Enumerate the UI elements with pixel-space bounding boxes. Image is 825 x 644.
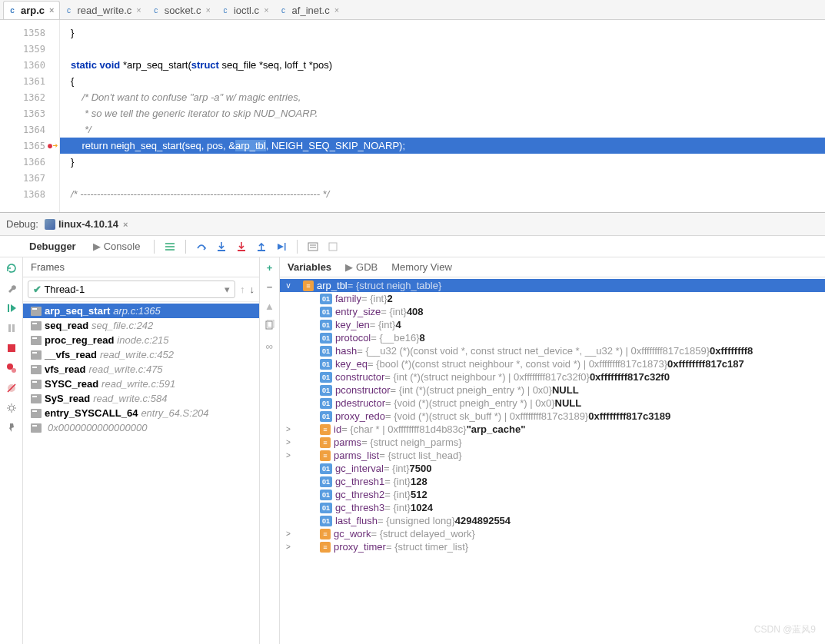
prev-frame-icon[interactable]: ↑: [240, 284, 245, 295]
resume-icon[interactable]: [5, 302, 18, 314]
variables-tree[interactable]: varp_tbl = {struct neigh_table}01family …: [280, 277, 825, 644]
variable-row[interactable]: 01pconstructor = {int (*)(struct pneigh_…: [280, 383, 825, 397]
line-number[interactable]: 1368: [0, 186, 59, 202]
variable-row[interactable]: >gc_work = {struct delayed_work}: [280, 527, 825, 540]
code-line[interactable]: /* -------------------------------------…: [60, 186, 825, 202]
pause-icon[interactable]: [5, 322, 18, 334]
up-icon[interactable]: ▲: [264, 300, 274, 312]
stack-frame[interactable]: vfs_read read_write.c:475: [23, 362, 259, 377]
variable-row[interactable]: 01last_flush = {unsigned long} 429489255…: [280, 514, 825, 527]
variable-row[interactable]: 01gc_thresh2 = {int} 512: [280, 488, 825, 501]
line-number[interactable]: 1360: [0, 57, 59, 73]
tab-variables[interactable]: Variables: [288, 261, 331, 273]
line-number[interactable]: 1359: [0, 41, 59, 57]
show-execution-point-icon[interactable]: [164, 241, 176, 253]
variable-row[interactable]: 01key_eq = {bool (*)(const struct neighb…: [280, 357, 825, 370]
line-number[interactable]: 1361: [0, 73, 59, 89]
code-line[interactable]: /* Don't want to confuse "arp -a" w/ mag…: [60, 89, 825, 105]
code-line[interactable]: */: [60, 121, 825, 138]
code-line[interactable]: [60, 170, 825, 186]
stack-frame[interactable]: SyS_read read_write.c:584: [23, 391, 259, 406]
stack-frame[interactable]: SYSC_read read_write.c:591: [23, 377, 259, 391]
tab-memory[interactable]: Memory View: [391, 261, 452, 273]
next-frame-icon[interactable]: ↓: [250, 284, 255, 295]
close-icon[interactable]: ×: [334, 5, 339, 15]
thread-dropdown[interactable]: ✔ Thread-1 ▾: [28, 281, 235, 298]
settings-icon[interactable]: [327, 241, 339, 253]
code-area[interactable]: }static void *arp_seq_start(struct seq_f…: [60, 20, 825, 212]
code-line[interactable]: return neigh_seq_start(seq, pos, &arp_tb…: [60, 138, 825, 154]
variable-row[interactable]: 01protocol = {__be16} 8: [280, 331, 825, 344]
run-to-cursor-icon[interactable]: [275, 241, 288, 253]
close-icon[interactable]: ×: [123, 220, 128, 229]
svg-rect-9: [8, 344, 15, 352]
code-line[interactable]: * so we tell the generic iterator to ski…: [60, 105, 825, 121]
editor-tab[interactable]: read_write.c×: [60, 1, 147, 19]
add-watch-icon[interactable]: +: [267, 262, 273, 274]
step-out-icon[interactable]: [255, 241, 268, 253]
line-number[interactable]: 1364: [0, 121, 59, 138]
variable-row[interactable]: 01gc_thresh3 = {int} 1024: [280, 501, 825, 514]
stop-icon[interactable]: [5, 342, 18, 354]
stack-frame[interactable]: proc_reg_read inode.c:215: [23, 333, 259, 347]
variable-row[interactable]: >parms = {struct neigh_parms}: [280, 436, 825, 449]
variable-row[interactable]: 01proxy_redo = {void (*)(struct sk_buff …: [280, 410, 825, 423]
line-number[interactable]: 1363: [0, 105, 59, 121]
step-into-icon[interactable]: [215, 241, 228, 253]
variable-row[interactable]: 01constructor = {int (*)(struct neighbou…: [280, 370, 825, 383]
remove-watch-icon[interactable]: −: [267, 281, 273, 293]
struct-badge-icon: [320, 437, 331, 448]
frames-list[interactable]: arp_seq_start arp.c:1365 seq_read seq_fi…: [23, 302, 259, 644]
variable-row[interactable]: 01entry_size = {int} 408: [280, 305, 825, 318]
view-breakpoints-icon[interactable]: [5, 362, 18, 374]
tab-gdb[interactable]: ▶ GDB: [345, 261, 378, 273]
frame-icon: [31, 380, 42, 389]
editor-tab[interactable]: ioctl.c×: [216, 1, 274, 19]
close-icon[interactable]: ×: [264, 5, 268, 15]
force-step-into-icon[interactable]: [235, 241, 248, 253]
editor-tab[interactable]: arp.c×: [3, 1, 60, 19]
variable-row[interactable]: 01hash = {__u32 (*)(const void *, const …: [280, 344, 825, 357]
stack-frame[interactable]: arp_seq_start arp.c:1365: [23, 304, 259, 318]
line-number[interactable]: 1367: [0, 170, 59, 186]
wrench-icon[interactable]: [5, 282, 18, 294]
line-number[interactable]: 1365: [0, 138, 59, 154]
variable-row[interactable]: 01pdestructor = {void (*)(struct pneigh_…: [280, 397, 825, 410]
editor-tab[interactable]: socket.c×: [147, 1, 216, 19]
close-icon[interactable]: ×: [136, 5, 141, 15]
variable-row[interactable]: >proxy_timer = {struct timer_list}: [280, 540, 825, 553]
stack-frame[interactable]: entry_SYSCALL_64 entry_64.S:204: [23, 406, 259, 420]
gear-icon[interactable]: [5, 402, 18, 414]
variable-row[interactable]: 01key_len = {int} 4: [280, 318, 825, 331]
close-icon[interactable]: ×: [205, 5, 210, 15]
variable-row[interactable]: 01family = {int} 2: [280, 292, 825, 305]
close-icon[interactable]: ×: [49, 5, 54, 15]
variable-row[interactable]: varp_tbl = {struct neigh_table}: [280, 279, 825, 292]
variable-row[interactable]: 01gc_interval = {int} 7500: [280, 462, 825, 475]
code-line[interactable]: [60, 41, 825, 57]
stack-frame[interactable]: 0x0000000000000000: [23, 420, 259, 435]
link-icon[interactable]: ∞: [266, 340, 273, 352]
variable-row[interactable]: >parms_list = {struct list_head}: [280, 449, 825, 462]
stack-frame[interactable]: __vfs_read read_write.c:452: [23, 347, 259, 362]
rerun-icon[interactable]: [5, 262, 18, 274]
line-number[interactable]: 1358: [0, 25, 59, 41]
variable-row[interactable]: 01gc_thresh1 = {int} 128: [280, 475, 825, 488]
tab-console[interactable]: ▶ Console: [88, 239, 145, 254]
step-over-icon[interactable]: [195, 241, 208, 253]
stack-frame[interactable]: seq_read seq_file.c:242: [23, 318, 259, 333]
line-number[interactable]: 1362: [0, 89, 59, 105]
evaluate-icon[interactable]: [307, 241, 319, 253]
code-line[interactable]: }: [60, 154, 825, 170]
pin-icon[interactable]: [5, 422, 18, 434]
run-config[interactable]: linux-4.10.14×: [45, 218, 128, 230]
tab-debugger[interactable]: Debugger: [25, 239, 81, 254]
copy-icon[interactable]: [264, 320, 275, 333]
code-line[interactable]: {: [60, 73, 825, 89]
mute-breakpoints-icon[interactable]: [5, 382, 18, 394]
code-line[interactable]: }: [60, 25, 825, 41]
variable-row[interactable]: >id = {char * | 0xffffffff81d4b83c} "arp…: [280, 423, 825, 436]
editor-tab[interactable]: af_inet.c×: [274, 1, 345, 19]
line-number[interactable]: 1366: [0, 154, 59, 170]
code-line[interactable]: static void *arp_seq_start(struct seq_fi…: [60, 57, 825, 73]
